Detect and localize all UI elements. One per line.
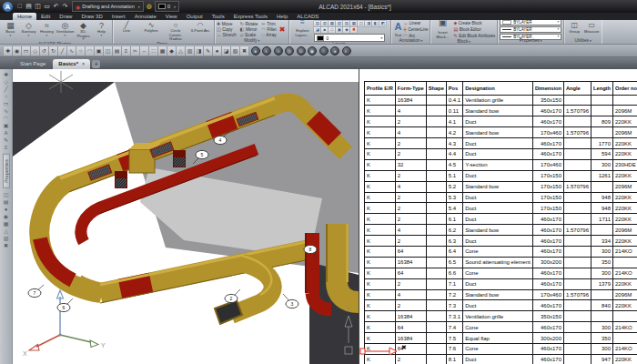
tool-icon[interactable]: ✎ (204, 46, 212, 56)
workspace-select[interactable]: ◉ Drafting and Annotation (72, 1, 144, 12)
tool-icon[interactable]: ∿ (67, 46, 76, 56)
table-row[interactable]: K44.2Standard bow170x4601.5707962096M (365, 127, 637, 138)
erase-button[interactable]: ✖ (279, 25, 286, 34)
tool-icon[interactable]: ╱ (58, 46, 66, 56)
line-button[interactable]: ╱Line (115, 21, 138, 34)
nav-icon[interactable]: ◉ (308, 46, 317, 56)
polyline-button[interactable]: ∿Polyline (139, 21, 163, 34)
insert-block-button[interactable]: ▣ Insert Block... (432, 21, 452, 39)
layer-tool-icon[interactable]: ◫ (358, 21, 364, 26)
tool-icon[interactable]: ✖ (240, 46, 248, 56)
palette-tool-icon[interactable]: ✖ (4, 242, 8, 249)
measure-button[interactable]: ▭Measure (583, 21, 600, 34)
palette-tool-icon[interactable]: ▥ (4, 235, 9, 242)
layer-tool-icon[interactable]: ▣ (336, 27, 342, 33)
qat-tool-icon[interactable]: ▤ (25, 1, 33, 12)
nav-icon[interactable]: ◑ (274, 46, 283, 56)
linear-button[interactable]: ↔Linear (403, 20, 428, 25)
palette-tool-icon[interactable]: ╱ (5, 86, 8, 93)
menu-tab-tools[interactable]: Tools (207, 13, 229, 20)
array-button[interactable]: ∷Array (262, 32, 277, 37)
palette-tool-icon[interactable]: ○ (5, 93, 8, 100)
tool-icon[interactable]: ▥ (186, 46, 194, 56)
layer-tool-icon[interactable]: ✖ (350, 27, 357, 33)
palette-tool-icon[interactable]: ✎ (4, 136, 8, 144)
tab-start-page[interactable]: Start Page (15, 59, 51, 69)
tool-icon[interactable]: ◨ (195, 46, 203, 56)
nav-icon[interactable]: ○ (319, 46, 329, 56)
layer-tool-icon[interactable]: ◪ (314, 27, 320, 33)
tool-icon[interactable]: ∷ (149, 46, 157, 56)
palette-tool-icon[interactable]: ◠ (4, 115, 8, 122)
properties-palette-tab[interactable]: Properties (3, 154, 10, 188)
table-row[interactable]: K25.1Duct170x1501261220KK (365, 170, 637, 181)
table-row[interactable]: K24.3Duct460x1701770220KK (365, 138, 637, 149)
color-select[interactable]: BYLAYER (500, 20, 561, 25)
palette-tool-icon[interactable]: A (4, 129, 7, 136)
nav-icon[interactable]: ◐ (262, 46, 271, 56)
utilities-group-label[interactable]: Utilities (566, 38, 600, 44)
table-row[interactable]: K25.4Duct170x150948220KK (365, 203, 637, 214)
qat-tool-icon[interactable]: ↷ (61, 1, 69, 12)
table-row[interactable]: K646.6Cone460x170300214KO (365, 268, 637, 278)
group-button[interactable]: ◫Group (566, 21, 582, 34)
tool-icon[interactable]: ▦ (158, 46, 167, 56)
palette-tool-icon[interactable]: ▦ (4, 220, 9, 228)
palette-tool-icon[interactable]: △ (4, 228, 8, 235)
tool-icon[interactable]: ↻ (49, 46, 57, 56)
qat-tool-icon[interactable]: ◫ (34, 1, 42, 12)
table-row[interactable]: K324.5Y-section170x460300230HDE (365, 159, 637, 170)
tool-icon[interactable]: ▣ (95, 46, 103, 56)
qat-tool-icon[interactable]: ▭ (43, 1, 51, 12)
ventilation-button[interactable]: ◎Ventilation (56, 21, 74, 37)
table-row[interactable]: K40.11Standard bow460x1701.5707962096M (365, 106, 637, 116)
layer-tool-icon[interactable]: ▦ (329, 21, 335, 26)
layer-tool-icon[interactable]: ■ (321, 27, 328, 33)
tab-drawing-basics[interactable]: Basics* × (53, 59, 90, 69)
annotation-group-label[interactable]: Annotation (393, 38, 428, 44)
table-row[interactable]: K24.1Duct460x170809220KK (365, 116, 637, 127)
table-row[interactable]: K646.4Cone460x170300214KO (365, 246, 637, 257)
menu-tab-express-tools[interactable]: Express Tools (229, 13, 272, 20)
sanitary-button[interactable]: ◇Sanitary (20, 21, 37, 37)
layer-tool-icon[interactable]: □ (329, 27, 335, 33)
tool-icon[interactable]: ○ (76, 46, 85, 56)
layer-tool-icon[interactable]: ▩ (350, 21, 357, 26)
qat-tool-icon[interactable]: □ (15, 1, 24, 12)
tool-icon[interactable]: ≡ (122, 46, 130, 56)
table-row[interactable]: K163847.5Equal flap300x200350 (365, 333, 637, 344)
parts-table[interactable]: Profile E/RForm-TypeShapePosDesignationD… (364, 81, 637, 364)
menu-tab-output[interactable]: Output (182, 13, 207, 20)
layer-tool-icon[interactable]: ◆ (343, 27, 349, 33)
menu-tab-alcads[interactable]: ALCADS (292, 13, 323, 20)
nav-icon[interactable]: ● (330, 46, 339, 56)
table-row[interactable]: K45.2Standard bow170x1501.5707962096M (365, 181, 637, 192)
nav-icon[interactable]: ● (251, 46, 260, 56)
linetype-select[interactable]: BYLAYER (500, 26, 561, 33)
layer-select[interactable]: 0 (314, 34, 385, 42)
layer-tool-icon[interactable]: ▤ (314, 21, 320, 26)
3d-plugins-button[interactable]: ◆3D-Plugins (75, 21, 92, 42)
palette-tool-icon[interactable]: ◫ (4, 191, 9, 198)
create-block-button[interactable]: ◈Create Block (453, 20, 495, 25)
menu-tab-view[interactable]: View (161, 13, 182, 20)
table-row[interactable]: K46.2Standard bow460x1701.5707962096M (365, 225, 637, 236)
tool-icon[interactable]: ◆ (167, 46, 176, 56)
model-viewport[interactable]: Y X Y 5476238 (13, 69, 359, 364)
tool-icon[interactable]: ↺ (40, 46, 48, 56)
menu-tab-draw[interactable]: Draw (55, 13, 76, 20)
help-button[interactable]: ?Help (93, 21, 110, 37)
palette-tool-icon[interactable]: ● (5, 206, 8, 213)
3-point-arc-button[interactable]: ◠3-Point Arc (188, 21, 212, 34)
palette-tool-icon[interactable]: ▤ (4, 198, 9, 206)
table-row[interactable]: K24.4Duct460x170594220KK (365, 148, 637, 159)
layer-quick-select[interactable]: 0 (155, 1, 179, 12)
tool-icon[interactable]: ▧ (231, 46, 239, 56)
menu-tab-insert[interactable]: Insert (107, 13, 130, 20)
palette-tool-icon[interactable]: ≡ (5, 144, 8, 151)
palette-tool-icon[interactable]: ▣ (4, 122, 9, 129)
palette-tool-icon[interactable]: ∿ (4, 107, 8, 115)
tool-icon[interactable]: ◠ (86, 46, 94, 56)
tool-icon[interactable]: △ (177, 46, 185, 56)
menu-tab-home[interactable]: Home (13, 13, 36, 20)
